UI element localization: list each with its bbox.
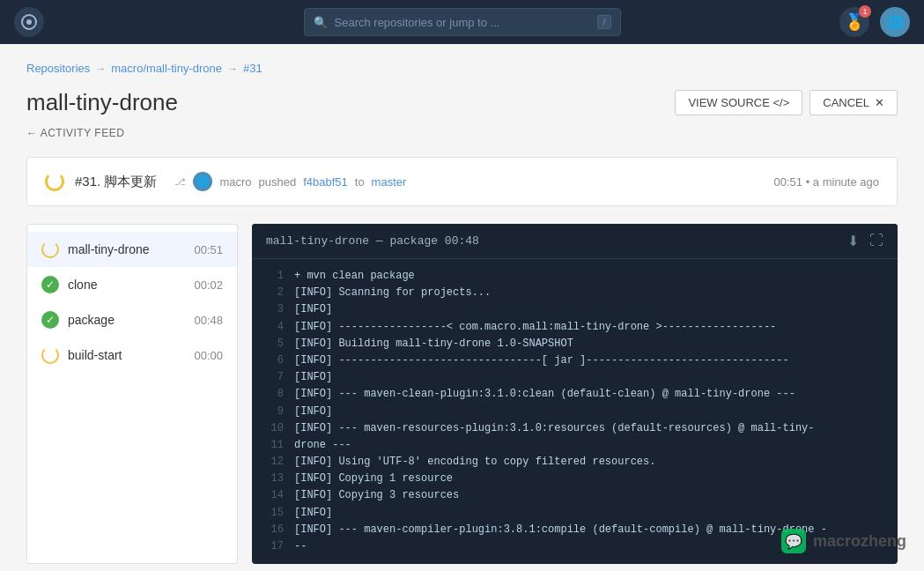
breadcrumb-sep-1: → — [95, 63, 106, 75]
bottom-section: mall-tiny-drone 00:51 ✓ clone 00:02 ✓ pa… — [26, 224, 898, 564]
view-source-button[interactable]: VIEW SOURCE </> — [675, 90, 802, 115]
download-log-icon[interactable]: ⬇ — [847, 233, 859, 249]
main-content: Repositories → macro/mall-tiny-drone → #… — [0, 44, 924, 571]
log-line-1: 1 + mvn clean package — [252, 268, 898, 285]
cancel-icon: ✕ — [875, 96, 884, 109]
log-line-2: 2 [INFO] Scanning for projects... — [252, 285, 898, 301]
step-name-3: build-start — [68, 348, 122, 362]
topnav-right: 🏅 1 🌐 — [839, 7, 910, 37]
log-line-5: 5 [INFO] Building mall-tiny-drone 1.0-SN… — [252, 336, 898, 352]
step-name-0: mall-tiny-drone — [68, 242, 150, 256]
build-commit[interactable]: f4babf51 — [303, 175, 348, 189]
build-title-section: #31. 脚本更新 — [45, 172, 157, 191]
step-name-2: package — [68, 313, 115, 327]
step-time-0: 00:51 — [194, 243, 223, 256]
step-left-3: build-start — [41, 346, 122, 364]
step-status-icon-2: ✓ — [41, 311, 59, 329]
build-author: macro — [219, 175, 251, 189]
step-status-icon-1: ✓ — [41, 276, 59, 293]
page-header: mall-tiny-drone VIEW SOURCE </> CANCEL ✕ — [26, 89, 898, 116]
app-logo[interactable] — [14, 7, 44, 37]
header-actions: VIEW SOURCE </> CANCEL ✕ — [675, 90, 898, 115]
log-line-16: 16 [INFO] --- maven-compiler-plugin:3.8.… — [252, 522, 898, 538]
log-line-14: 14 [INFO] Copying 3 resources — [252, 487, 898, 504]
fullscreen-icon[interactable]: ⛶ — [869, 233, 883, 249]
build-title: #31. 脚本更新 — [75, 174, 157, 190]
notification-icon[interactable]: 🏅 1 — [839, 7, 869, 37]
build-action: pushed — [259, 175, 297, 189]
search-bar[interactable]: 🔍 / — [304, 8, 621, 36]
step-left-1: ✓ clone — [41, 276, 97, 293]
log-line-8: 8 [INFO] --- maven-clean-plugin:3.1.0:cl… — [252, 386, 898, 403]
log-header: mall-tiny-drone — package 00:48 ⬇ ⛶ — [252, 224, 898, 259]
log-body[interactable]: 1 + mvn clean package 2 [INFO] Scanning … — [252, 259, 898, 564]
cancel-label: CANCEL — [823, 96, 869, 109]
step-time-2: 00:48 — [194, 314, 223, 327]
build-time: 00:51 • a minute ago — [774, 175, 880, 189]
svg-point-1 — [26, 19, 32, 25]
avatar[interactable]: 🌐 — [880, 7, 910, 37]
log-line-10: 10 [INFO] --- maven-resources-plugin:3.1… — [252, 420, 898, 437]
log-panel: mall-tiny-drone — package 00:48 ⬇ ⛶ 1 + … — [252, 224, 898, 564]
log-header-actions: ⬇ ⛶ — [847, 233, 883, 249]
step-left-2: ✓ package — [41, 311, 115, 329]
step-status-icon-3 — [41, 346, 59, 364]
step-left-0: mall-tiny-drone — [41, 241, 150, 258]
log-line-9: 9 [INFO] — [252, 404, 898, 420]
log-line-11: 11 drone --- — [252, 437, 898, 454]
top-navigation: 🔍 / 🏅 1 🌐 — [0, 0, 924, 44]
build-meta: ⎇ 🌐 macro pushed f4babf51 to master — [174, 172, 406, 191]
search-input[interactable] — [335, 16, 591, 29]
step-time-3: 00:00 — [194, 349, 223, 362]
build-status-spinner — [45, 172, 64, 191]
log-line-4: 4 [INFO] -----------------< com.macro.ma… — [252, 319, 898, 336]
search-shortcut: / — [597, 15, 610, 29]
step-item-2[interactable]: ✓ package 00:48 — [27, 302, 237, 337]
activity-feed-label: ← ACTIVITY FEED — [26, 127, 124, 139]
log-line-13: 13 [INFO] Copying 1 resource — [252, 471, 898, 487]
step-name-1: clone — [68, 278, 97, 292]
step-item-3[interactable]: build-start 00:00 — [27, 337, 237, 373]
cancel-button[interactable]: CANCEL ✕ — [809, 90, 898, 115]
build-branch[interactable]: master — [372, 175, 407, 189]
steps-panel: mall-tiny-drone 00:51 ✓ clone 00:02 ✓ pa… — [26, 224, 238, 564]
breadcrumb-build: #31 — [243, 62, 262, 75]
breadcrumb-repo[interactable]: macro/mall-tiny-drone — [111, 62, 222, 75]
breadcrumb-repositories[interactable]: Repositories — [26, 62, 90, 75]
log-line-7: 7 [INFO] — [252, 369, 898, 386]
search-icon: 🔍 — [314, 16, 328, 29]
log-header-title: mall-tiny-drone — package 00:48 — [266, 234, 479, 248]
log-line-17: 17 -- — [252, 538, 898, 555]
build-header-card: #31. 脚本更新 ⎇ 🌐 macro pushed f4babf51 to m… — [26, 157, 898, 206]
activity-feed-link[interactable]: ← ACTIVITY FEED — [26, 127, 898, 139]
notification-badge: 1 — [859, 5, 871, 18]
step-item-0[interactable]: mall-tiny-drone 00:51 — [27, 232, 237, 267]
log-line-15: 15 [INFO] — [252, 505, 898, 522]
view-source-label: VIEW SOURCE </> — [688, 96, 789, 109]
log-line-12: 12 [INFO] Using 'UTF-8' encoding to copy… — [252, 454, 898, 471]
step-time-1: 00:02 — [194, 278, 223, 292]
breadcrumb: Repositories → macro/mall-tiny-drone → #… — [26, 62, 898, 75]
to-label: to — [355, 175, 365, 189]
log-line-6: 6 [INFO] -------------------------------… — [252, 352, 898, 369]
log-line-3: 3 [INFO] — [252, 301, 898, 318]
step-status-icon-0 — [41, 241, 59, 258]
breadcrumb-sep-2: → — [227, 63, 238, 75]
branch-icon: ⎇ — [174, 176, 186, 188]
author-avatar: 🌐 — [193, 172, 212, 191]
step-item-1[interactable]: ✓ clone 00:02 — [27, 267, 237, 302]
page-title: mall-tiny-drone — [26, 89, 178, 116]
